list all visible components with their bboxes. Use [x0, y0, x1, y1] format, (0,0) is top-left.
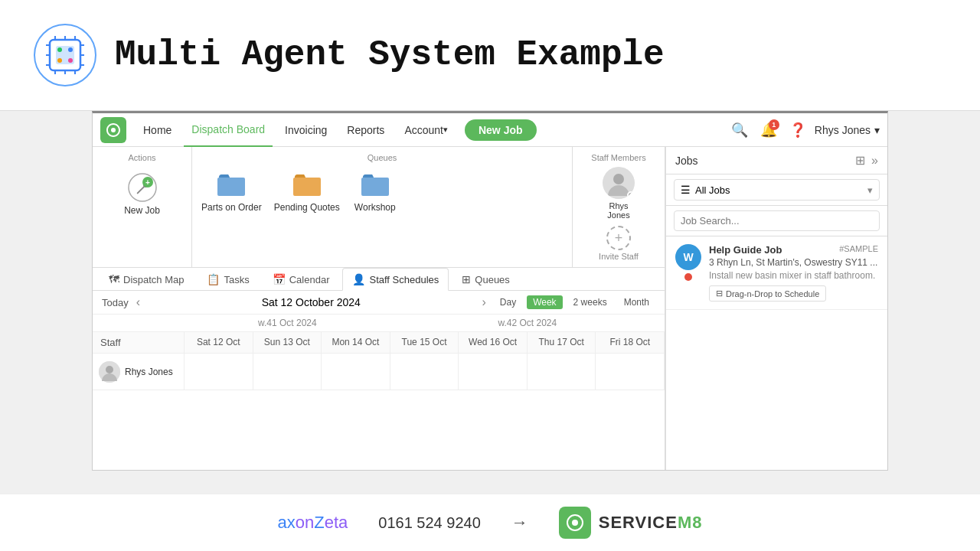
svg-point-18 [68, 58, 73, 63]
tab-queues[interactable]: ⊞ Queues [452, 268, 520, 291]
jobs-filter-dropdown[interactable]: ☰ All Jobs ▾ [674, 179, 880, 201]
footer-brand-servicem8: SERVICEM8 [559, 507, 703, 539]
calendar-icon: 📅 [273, 273, 286, 285]
tab-calendar[interactable]: 📅 Calendar [263, 268, 340, 291]
schedule-header-row: Staff Sat 12 Oct Sun 13 Oct Mon 14 Oct T… [93, 332, 665, 354]
job-card-body: Help Guide Job #SAMPLE 3 Rhyn Ln, St Mar… [709, 244, 878, 302]
schedule-cell-fri[interactable] [596, 354, 665, 390]
bell-icon[interactable]: 🔔 1 [756, 118, 781, 142]
view-day[interactable]: Day [494, 295, 522, 309]
nav-reports[interactable]: Reports [339, 113, 392, 147]
job-avatar-w: W [675, 244, 701, 270]
new-job-action[interactable]: + New Job [99, 167, 185, 219]
nav-user-arrow: ▾ [874, 124, 880, 136]
jobs-expand-icon[interactable]: » [871, 154, 878, 168]
jobs-grid-icon[interactable]: ⊞ [855, 153, 865, 168]
servicem8-text: SERVICEM8 [599, 513, 703, 533]
right-panel: Jobs ⊞ » ☰ All Jobs ▾ W [665, 147, 887, 470]
view-week[interactable]: Week [527, 295, 562, 309]
nav-account[interactable]: Account [397, 113, 456, 147]
schedule-cell-sun[interactable] [253, 354, 322, 390]
schedule-cell-tue[interactable] [390, 354, 459, 390]
actions-section: Actions + New Job [93, 147, 192, 267]
view-month[interactable]: Month [618, 295, 655, 309]
new-job-icon-wrap: + [125, 170, 160, 205]
tasks-icon: 📋 [207, 273, 220, 285]
schedule-cell-wed[interactable] [459, 354, 528, 390]
next-arrow[interactable]: › [482, 295, 485, 309]
job-card-action: ⊟ Drag-n-Drop to Schedule [709, 285, 878, 302]
view-options: Day Week 2 weeks Month [494, 295, 655, 309]
invite-staff-button[interactable]: + Invite Staff [579, 226, 658, 261]
search-icon[interactable]: 🔍 [727, 118, 752, 142]
bell-badge: 1 [769, 119, 779, 130]
servicem8-logo-icon [559, 507, 591, 539]
day-header-2: Mon 14 Oct [322, 332, 390, 353]
nav-invoicing[interactable]: Invoicing [277, 113, 335, 147]
footer-phone: 0161 524 9240 [378, 514, 480, 532]
tab-tasks[interactable]: 📋 Tasks [197, 268, 259, 291]
current-date: Sat 12 October 2024 [148, 296, 474, 308]
prev-arrow[interactable]: ‹ [136, 295, 140, 309]
main-content: Actions + New Job [93, 147, 887, 470]
queues-items: Parts on Order Pending Quotes [201, 167, 563, 213]
jobs-header: Jobs ⊞ » [666, 147, 887, 174]
queues-section: Queues Parts on Order [192, 147, 573, 267]
schedule-cell-thu[interactable] [528, 354, 596, 390]
nav-user[interactable]: Rhys Jones ▾ [815, 124, 880, 136]
week-label-41: w.41 Oct 2024 [185, 318, 390, 328]
footer-eta: eta [325, 513, 348, 532]
tab-staff-schedules[interactable]: 👤 Staff Schedules [342, 268, 449, 291]
footer: axonZeta 0161 524 9240 → SERVICEM8 [0, 494, 980, 551]
footer-arrow-icon: → [511, 513, 528, 533]
nav-logo [100, 117, 126, 143]
footer-on: on [296, 513, 314, 532]
footer-ax: ax [278, 513, 296, 532]
queue-item-workshop[interactable]: Workshop [352, 167, 398, 213]
staff-label: Staff Members [579, 153, 658, 162]
nav-dispatch-board[interactable]: Dispatch Board [184, 113, 273, 147]
schedule-cell-mon[interactable] [322, 354, 390, 390]
schedule-row-rhys: Rhys Jones [93, 354, 665, 390]
filter-list-icon: ☰ [681, 184, 691, 196]
svg-point-19 [111, 128, 116, 132]
queue-item-parts[interactable]: Parts on Order [201, 167, 262, 213]
actions-label: Actions [99, 153, 185, 162]
header-title: Multi Agent System Example [115, 35, 665, 75]
svg-point-16 [68, 47, 73, 52]
day-header-6: Fri 18 Oct [596, 332, 665, 353]
schedule-staff-rhys: Rhys Jones [93, 354, 185, 390]
job-search-input[interactable] [674, 210, 880, 231]
staff-online-indicator [627, 191, 635, 199]
tab-calendar-label: Calendar [289, 274, 330, 285]
job-status-dot [684, 273, 692, 281]
jobs-title: Jobs [675, 155, 849, 167]
app-container: Home Dispatch Board Invoicing Reports Ac… [92, 111, 888, 471]
date-nav: Today ‹ Sat 12 October 2024 › Day Week 2… [93, 291, 665, 315]
schedule-cell-sat[interactable] [185, 354, 253, 390]
nav-new-job-button[interactable]: New Job [465, 119, 537, 141]
svg-point-28 [572, 520, 578, 526]
footer-brand-axon: axonZeta [278, 513, 348, 533]
staff-member-rhys[interactable]: RhysJones [579, 167, 658, 220]
staff-name-rhys: RhysJones [607, 201, 629, 220]
nav-home[interactable]: Home [136, 113, 179, 147]
tab-staff-schedules-label: Staff Schedules [369, 274, 439, 285]
drag-drop-button[interactable]: ⊟ Drag-n-Drop to Schedule [709, 285, 826, 302]
help-icon[interactable]: ❓ [786, 118, 810, 142]
today-button[interactable]: Today [102, 297, 129, 308]
staff-col-header: Staff [93, 332, 185, 353]
week-headers: w.41 Oct 2024 w.42 Oct 2024 [93, 315, 665, 332]
schedule-grid: Staff Sat 12 Oct Sun 13 Oct Mon 14 Oct T… [93, 332, 665, 470]
schedule-staff-name-rhys: Rhys Jones [125, 367, 173, 377]
schedule-avatar-rhys [99, 361, 120, 383]
day-header-1: Sun 13 Oct [253, 332, 322, 353]
header-banner: Multi Agent System Example [0, 0, 980, 111]
view-2weeks[interactable]: 2 weeks [567, 295, 613, 309]
map-icon: 🗺 [109, 273, 119, 285]
jobs-search [666, 206, 887, 236]
queue-item-pending[interactable]: Pending Quotes [274, 167, 340, 213]
left-panel: Actions + New Job [93, 147, 665, 470]
tab-dispatch-map[interactable]: 🗺 Dispatch Map [99, 268, 194, 291]
week-header-spacer [93, 318, 185, 328]
